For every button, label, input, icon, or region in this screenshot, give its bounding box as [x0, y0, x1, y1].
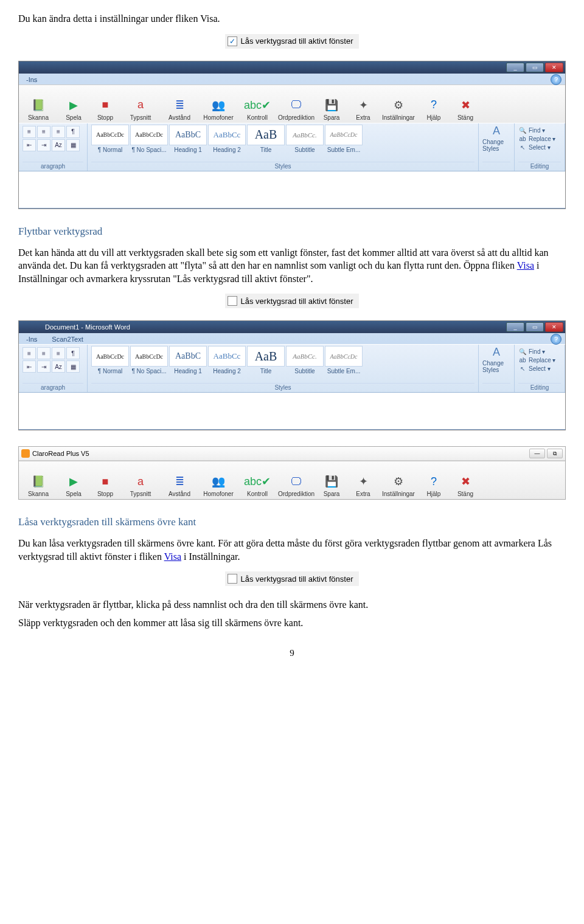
styles-gallery[interactable]: AaBbCcDc¶ NormalAaBbCcDc¶ No Spaci...AaB… — [91, 125, 474, 153]
style-item[interactable]: AaBbCHeading 1 — [169, 125, 207, 153]
style-item[interactable]: AaBbCcDcSubtle Em... — [325, 125, 363, 153]
claro-stäng-button[interactable]: ✖Stäng — [450, 97, 481, 123]
hjälp-icon: ? — [425, 473, 442, 490]
claro-stäng-button[interactable]: ✖Stäng — [450, 473, 481, 499]
claro-spela-button[interactable]: ▶Spela — [58, 97, 89, 123]
claro-homofoner-button[interactable]: 👥Homofoner — [199, 97, 238, 123]
editing-select[interactable]: ↖Select ▾ — [518, 144, 561, 151]
claro-spara-button[interactable]: 💾Spara — [316, 473, 347, 499]
paragraph-group-label: aragraph — [23, 383, 83, 392]
claro-extra-button[interactable]: ✦Extra — [347, 97, 379, 123]
claroread-toolbar: 📗Skanna▶Spela■StoppaTypsnitt≣Avstånd👥Hom… — [19, 84, 565, 123]
claro-typsnitt-button[interactable]: aTypsnitt — [121, 97, 160, 123]
claro-inställningar-button[interactable]: ⚙Inställningar — [379, 473, 418, 499]
claro-typsnitt-button[interactable]: aTypsnitt — [121, 473, 160, 499]
section1-body: Det kan hända att du vill att verktygsra… — [18, 246, 566, 286]
minimize-button[interactable]: _ — [506, 322, 524, 332]
style-item[interactable]: AaBbCcDcSubtle Em... — [325, 346, 363, 374]
claro-inställningar-button[interactable]: ⚙Inställningar — [379, 97, 418, 123]
paragraph-buttons[interactable]: ≡≡≡¶ ⇤⇥Az▦ — [23, 125, 83, 151]
checkbox-icon — [228, 296, 237, 306]
claro-skanna-button[interactable]: 📗Skanna — [19, 97, 58, 123]
claro-avstånd-button[interactable]: ≣Avstånd — [160, 97, 199, 123]
checkbox-figure-unchecked-1: Lås verktygsrad till aktivt fönster — [18, 294, 566, 308]
claro-spara-button[interactable]: 💾Spara — [316, 97, 347, 123]
skanna-icon: 📗 — [30, 97, 47, 114]
change-styles-button[interactable]: A Change Styles — [482, 346, 510, 373]
section1-heading: Flyttbar verktygsrad — [18, 225, 566, 239]
word-ribbon: ≡≡≡¶ ⇤⇥Az▦ aragraph AaBbCcDc¶ NormalAaBb… — [19, 123, 565, 171]
styles-group-label: Styles — [91, 162, 474, 171]
editing-find[interactable]: 🔍Find ▾ — [518, 348, 561, 355]
close-button[interactable]: ✕ — [545, 63, 563, 72]
editing-replace[interactable]: abReplace ▾ — [518, 357, 561, 364]
style-item[interactable]: AaBbCcHeading 2 — [208, 346, 246, 374]
screenshot-word-undocked: Document1 - Microsoft Word _ ▭ ✕ -Ins Sc… — [18, 320, 566, 430]
checkbox-figure-unchecked-2: Lås verktygsrad till aktivt fönster — [18, 571, 566, 586]
close-button[interactable]: ⧉ — [547, 449, 563, 458]
section2-body: Du kan låsa verktygsraden till skärmens … — [18, 537, 566, 563]
editing-find[interactable]: 🔍Find ▾ — [518, 127, 561, 134]
help-icon[interactable]: ? — [551, 74, 561, 85]
change-styles-button[interactable]: A Change Styles — [482, 125, 510, 152]
claro-extra-button[interactable]: ✦Extra — [347, 473, 379, 499]
close-button[interactable]: ✕ — [545, 322, 563, 332]
stäng-icon: ✖ — [457, 473, 474, 490]
claro-skanna-button[interactable]: 📗Skanna — [19, 473, 58, 499]
maximize-button[interactable]: ▭ — [526, 63, 544, 72]
tab-ins[interactable]: -Ins — [23, 334, 41, 344]
maximize-button[interactable]: ▭ — [526, 322, 544, 332]
style-item[interactable]: AaBbCcDc¶ Normal — [91, 125, 129, 153]
style-item[interactable]: AaBbCcDc¶ Normal — [91, 346, 129, 374]
intro-text: Du kan ändra detta i inställningar under… — [18, 12, 566, 26]
claro-avstånd-button[interactable]: ≣Avstånd — [160, 473, 199, 499]
style-item[interactable]: AaBbCc.Subtitle — [286, 346, 324, 374]
style-item[interactable]: AaBbCHeading 1 — [169, 346, 207, 374]
visa-link[interactable]: Visa — [517, 260, 534, 271]
skanna-icon: 📗 — [30, 473, 47, 490]
homofoner-icon: 👥 — [210, 97, 227, 114]
claro-spela-button[interactable]: ▶Spela — [58, 473, 89, 499]
paragraph-buttons[interactable]: ≡≡≡¶ ⇤⇥Az▦ — [23, 346, 83, 373]
tab-ins[interactable]: -Ins — [23, 75, 41, 84]
extra-icon: ✦ — [355, 473, 372, 490]
extra-icon: ✦ — [355, 97, 372, 114]
stopp-icon: ■ — [97, 97, 114, 114]
section2-heading: Låsa verktygsraden till skärmens övre ka… — [18, 515, 566, 529]
minimize-button[interactable]: — — [529, 449, 545, 458]
ordprediktion-icon: 🖵 — [288, 97, 305, 114]
tab-scan2text[interactable]: Scan2Text — [48, 334, 86, 344]
style-item[interactable]: AaBTitle — [247, 346, 285, 374]
claro-hjälp-button[interactable]: ?Hjälp — [418, 97, 450, 123]
final-para-2: Släpp verktygsraden och den kommer att l… — [18, 616, 566, 630]
checkbox-figure-checked: Lås verktygsrad till aktivt fönster — [18, 34, 566, 49]
editing-select[interactable]: ↖Select ▾ — [518, 365, 561, 372]
minimize-button[interactable]: _ — [506, 63, 524, 72]
editing-replace[interactable]: abReplace ▾ — [518, 136, 561, 142]
spela-icon: ▶ — [65, 473, 82, 490]
claro-kontroll-button[interactable]: abc✔Kontroll — [238, 97, 277, 123]
claro-hjälp-button[interactable]: ?Hjälp — [418, 473, 450, 499]
styles-group-label: Styles — [91, 383, 474, 392]
checkbox-label: Lås verktygsrad till aktivt fönster — [241, 36, 353, 46]
claro-ordprediktion-button[interactable]: 🖵Ordprediktion — [277, 473, 316, 499]
claro-stopp-button[interactable]: ■Stopp — [89, 473, 121, 499]
claro-stopp-button[interactable]: ■Stopp — [89, 97, 121, 123]
typsnitt-icon: a — [132, 473, 149, 490]
typsnitt-icon: a — [132, 97, 149, 114]
style-item[interactable]: AaBbCcHeading 2 — [208, 125, 246, 153]
final-para-1: När verktygsraden är flyttbar, klicka på… — [18, 598, 566, 612]
claroread-logo-icon — [21, 449, 30, 458]
style-item[interactable]: AaBbCc.Subtitle — [286, 125, 324, 153]
claro-homofoner-button[interactable]: 👥Homofoner — [199, 473, 238, 499]
style-item[interactable]: AaBbCcDc¶ No Spaci... — [130, 125, 168, 153]
style-item[interactable]: AaBTitle — [247, 125, 285, 153]
help-icon[interactable]: ? — [551, 334, 561, 345]
avstånd-icon: ≣ — [171, 473, 188, 490]
word-ribbon: ≡≡≡¶ ⇤⇥Az▦ aragraph AaBbCcDc¶ NormalAaBb… — [19, 344, 565, 392]
claro-ordprediktion-button[interactable]: 🖵Ordprediktion — [277, 97, 316, 123]
styles-gallery[interactable]: AaBbCcDc¶ NormalAaBbCcDc¶ No Spaci...AaB… — [91, 346, 474, 374]
style-item[interactable]: AaBbCcDc¶ No Spaci... — [130, 346, 168, 374]
claro-kontroll-button[interactable]: abc✔Kontroll — [238, 473, 277, 499]
visa-link[interactable]: Visa — [164, 551, 181, 562]
